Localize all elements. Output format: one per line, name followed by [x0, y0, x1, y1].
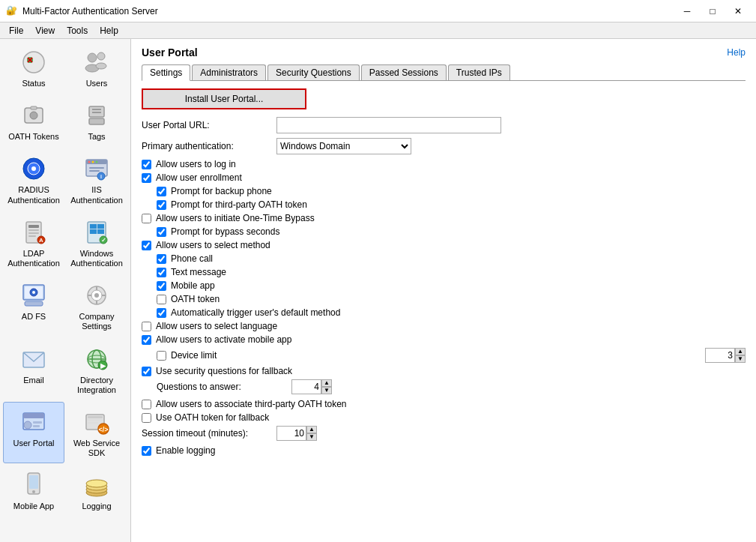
sidebar-item-ldap[interactable]: A LDAP Authentication	[3, 212, 64, 274]
help-link[interactable]: Help	[727, 47, 746, 58]
primary-auth-select[interactable]: Windows Domain RADIUS LDAP	[276, 138, 411, 154]
sidebar-item-email[interactable]: Email	[3, 339, 64, 400]
allow-select-method-row: Allow users to select method	[142, 240, 746, 250]
svg-point-23	[96, 161, 98, 163]
device-limit-up-button[interactable]: ▲	[735, 348, 746, 355]
iis-icon: i	[82, 154, 112, 184]
tab-trusted-ips[interactable]: Trusted IPs	[448, 64, 510, 80]
sidebar-item-mobile-app[interactable]: Mobile App	[3, 465, 64, 517]
svg-point-21	[88, 161, 91, 163]
svg-point-75	[32, 490, 35, 493]
tab-security-questions[interactable]: Security Questions	[267, 64, 360, 80]
maximize-button[interactable]: □	[701, 3, 725, 19]
sidebar-item-tags[interactable]: Tags	[66, 95, 127, 147]
sidebar-item-status[interactable]: Status	[3, 42, 64, 94]
tab-administrators[interactable]: Administrators	[192, 64, 266, 80]
phone-call-label: Phone call	[171, 253, 213, 264]
auto-trigger-row: Automatically trigger user's default met…	[142, 307, 746, 318]
questions-to-answer-input[interactable]: 4	[291, 379, 321, 394]
logging-icon	[82, 470, 112, 500]
svg-point-18	[31, 166, 36, 171]
primary-auth-label: Primary authentication:	[142, 141, 276, 151]
status-label: Status	[22, 79, 45, 88]
session-timeout-input[interactable]: 10	[276, 426, 306, 441]
allow-select-method-checkbox[interactable]	[142, 241, 151, 250]
svg-rect-70	[88, 422, 98, 424]
iis-label: IIS Authentication	[70, 185, 124, 205]
status-icon	[19, 47, 49, 77]
allow-enrollment-checkbox[interactable]	[142, 173, 151, 183]
minimize-button[interactable]: ─	[675, 3, 699, 19]
use-oath-fallback-checkbox[interactable]	[142, 413, 151, 423]
tab-passed-sessions[interactable]: Passed Sessions	[361, 64, 447, 80]
questions-down-button[interactable]: ▼	[321, 387, 332, 394]
allow-activate-mobile-checkbox[interactable]	[142, 335, 151, 345]
directory-icon: ▶	[82, 344, 112, 374]
sidebar-item-windows-auth[interactable]: ✓ Windows Authentication	[66, 212, 127, 274]
sidebar-item-iis[interactable]: i IIS Authentication	[66, 148, 127, 210]
device-limit-down-button[interactable]: ▼	[735, 355, 746, 363]
auto-trigger-checkbox[interactable]	[157, 308, 166, 318]
menu-file[interactable]: File	[3, 24, 29, 37]
svg-text:✓: ✓	[101, 237, 106, 244]
phone-call-checkbox[interactable]	[157, 254, 166, 264]
session-timeout-up-button[interactable]: ▲	[306, 426, 317, 433]
close-button[interactable]: ✕	[726, 3, 750, 19]
allow-select-language-checkbox[interactable]	[142, 322, 151, 331]
enable-logging-label: Enable logging	[156, 445, 215, 456]
questions-to-answer-spinner: 4 ▲ ▼	[291, 379, 332, 394]
menu-view[interactable]: View	[29, 24, 61, 37]
sidebar-item-user-portal[interactable]: User Portal	[3, 402, 64, 463]
use-security-questions-checkbox[interactable]	[142, 367, 151, 376]
svg-point-50	[94, 293, 99, 298]
tags-label: Tags	[88, 132, 105, 142]
oath-token-checkbox[interactable]	[157, 295, 166, 304]
ldap-label: LDAP Authentication	[7, 249, 61, 268]
svg-text:</>: </>	[98, 426, 108, 433]
questions-up-button[interactable]: ▲	[321, 379, 332, 387]
install-user-portal-button[interactable]: Install User Portal...	[142, 88, 306, 109]
questions-to-answer-label: Questions to answer:	[157, 382, 291, 392]
users-label: Users	[86, 79, 108, 88]
session-timeout-down-button[interactable]: ▼	[306, 433, 317, 441]
sidebar-item-users[interactable]: Users	[66, 42, 127, 94]
menu-tools[interactable]: Tools	[61, 24, 94, 37]
window-controls: ─ □ ✕	[675, 3, 750, 19]
mobile-app-checkbox[interactable]	[157, 281, 166, 291]
users-icon	[82, 47, 112, 77]
prompt-backup-phone-checkbox[interactable]	[157, 187, 166, 196]
allow-login-checkbox[interactable]	[142, 160, 151, 169]
url-input[interactable]	[276, 117, 501, 133]
allow-one-time-bypass-row: Allow users to initiate One-Time Bypass	[142, 213, 746, 223]
svg-rect-31	[28, 232, 39, 234]
svg-rect-25	[89, 170, 100, 172]
sidebar-item-oath-tokens[interactable]: OATH Tokens	[3, 95, 64, 147]
sidebar-item-directory[interactable]: ▶ Directory Integration	[66, 339, 127, 400]
text-message-checkbox[interactable]	[157, 268, 166, 277]
enable-logging-checkbox[interactable]	[142, 446, 151, 456]
allow-third-party-oath-checkbox[interactable]	[142, 400, 151, 409]
device-limit-input[interactable]: 3	[705, 348, 735, 363]
sidebar-grid: Status Users	[3, 42, 127, 517]
device-limit-checkbox[interactable]	[157, 351, 166, 361]
sidebar-item-logging[interactable]: Logging	[66, 465, 127, 517]
allow-enrollment-label: Allow user enrollment	[156, 172, 242, 183]
questions-to-answer-spinner-btns: ▲ ▼	[321, 379, 332, 394]
svg-rect-29	[28, 225, 39, 228]
svg-rect-74	[29, 475, 38, 489]
content-header: User Portal Help	[142, 46, 746, 58]
tab-settings[interactable]: Settings	[142, 64, 190, 81]
menu-help[interactable]: Help	[94, 24, 124, 37]
sidebar-item-radius[interactable]: RADIUS Authentication	[3, 148, 64, 210]
url-label: User Portal URL:	[142, 120, 276, 130]
text-message-label: Text message	[171, 267, 226, 277]
prompt-bypass-seconds-checkbox[interactable]	[157, 227, 166, 237]
allow-one-time-bypass-checkbox[interactable]	[142, 214, 151, 223]
allow-third-party-oath-label: Allow users to associate third-party OAT…	[156, 399, 347, 409]
sidebar-item-webservice[interactable]: </> Web Service SDK	[66, 402, 127, 463]
sidebar-item-company[interactable]: Company Settings	[66, 275, 127, 337]
prompt-third-party-oath-checkbox[interactable]	[157, 200, 166, 210]
mobile-app-label: Mobile App	[13, 502, 54, 511]
use-oath-fallback-row: Use OATH token for fallback	[142, 412, 746, 423]
sidebar-item-adfs[interactable]: AD FS	[3, 275, 64, 337]
